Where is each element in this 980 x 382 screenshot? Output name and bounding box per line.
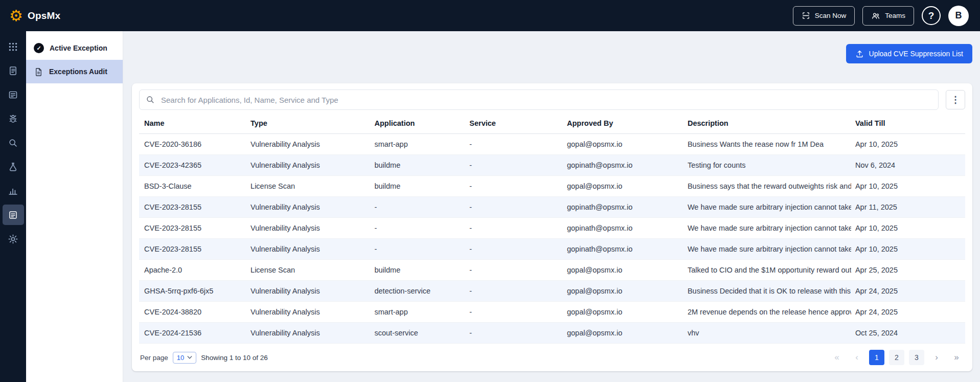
column-header-application: Application: [370, 112, 465, 134]
sidebar-item-active-exception[interactable]: ✓ Active Exception: [26, 36, 123, 60]
cell-service: -: [465, 155, 563, 176]
cell-valid-till: Apr 10, 2025: [851, 134, 965, 155]
per-page-value: 10: [177, 354, 184, 362]
cell-name: Apache-2.0: [139, 260, 246, 281]
brand-name: OpsMx: [28, 10, 60, 21]
cell-type: Vulnerability Analysis: [246, 197, 370, 218]
rail-item-release-list[interactable]: [3, 84, 24, 105]
rail-item-settings[interactable]: [3, 229, 24, 249]
exceptions-table-card: ⋮ NameTypeApplicationServiceApproved ByD…: [132, 83, 972, 371]
sidebar: ✓ Active Exception Exceptions Audit: [26, 31, 123, 382]
release-list-icon: [8, 89, 18, 100]
table-footer: Per page 10 Showing 1 to 10 of 26 « ‹ 12…: [139, 344, 965, 367]
cell-type: License Scan: [246, 176, 370, 197]
first-page-button[interactable]: «: [829, 350, 845, 365]
cell-valid-till: Apr 25, 2025: [851, 260, 965, 281]
table-row[interactable]: CVE-2023-28155Vulnerability Analysis--go…: [139, 197, 965, 218]
next-page-button[interactable]: ›: [929, 350, 944, 365]
avatar[interactable]: B: [948, 6, 969, 26]
kebab-menu-button[interactable]: ⋮: [946, 90, 965, 109]
cell-valid-till: Nov 6, 2024: [851, 155, 965, 176]
opsmx-logo-icon: ⚙: [9, 8, 23, 24]
cell-service: -: [465, 260, 563, 281]
per-page-select[interactable]: 10: [173, 352, 196, 364]
cell-approved-by: gopal@opsmx.io: [563, 176, 683, 197]
rail-item-flask[interactable]: [3, 156, 24, 177]
cell-name: CVE-2020-36186: [139, 134, 246, 155]
cell-application: -: [370, 197, 465, 218]
scan-icon: [802, 11, 810, 20]
cell-approved-by: gopinath@opsmx.io: [563, 155, 683, 176]
cell-name: CVE-2023-28155: [139, 239, 246, 260]
per-page-label: Per page: [140, 354, 168, 362]
teams-button[interactable]: Teams: [862, 6, 914, 26]
search-box: [139, 89, 939, 110]
rail-item-report[interactable]: [3, 60, 24, 81]
rail-item-apps[interactable]: [3, 36, 24, 57]
table-row[interactable]: Apache-2.0License Scanbuildme-gopal@opsm…: [139, 260, 965, 281]
cell-service: -: [465, 281, 563, 302]
code-scan-icon: [8, 138, 18, 148]
sidebar-item-exceptions-audit[interactable]: Exceptions Audit: [26, 60, 123, 83]
rail-item-exceptions-audit[interactable]: [3, 205, 24, 225]
table-row[interactable]: CVE-2020-36186Vulnerability Analysissmar…: [139, 134, 965, 155]
sidebar-item-label: Exceptions Audit: [49, 68, 107, 76]
top-navbar: ⚙ OpsMx Scan Now Teams ? B: [0, 0, 980, 31]
cell-valid-till: Apr 10, 2025: [851, 218, 965, 239]
page-button-1[interactable]: 1: [869, 350, 884, 365]
cell-service: -: [465, 134, 563, 155]
cell-type: License Scan: [246, 260, 370, 281]
cell-approved-by: gopinath@opsmx.io: [563, 197, 683, 218]
table-row[interactable]: CVE-2023-42365Vulnerability Analysisbuil…: [139, 155, 965, 176]
cell-approved-by: gopal@opsmx.io: [563, 323, 683, 344]
column-header-type: Type: [246, 112, 370, 134]
document-icon: [34, 67, 43, 77]
question-mark-icon: ?: [928, 10, 935, 21]
cell-description: We have made sure arbitrary injection ca…: [683, 239, 851, 260]
cell-valid-till: Apr 10, 2025: [851, 239, 965, 260]
page-button-2[interactable]: 2: [889, 350, 904, 365]
analytics-icon: [8, 186, 18, 196]
flask-icon: [8, 162, 18, 172]
scan-now-button[interactable]: Scan Now: [793, 6, 855, 26]
rail-item-analytics[interactable]: [3, 181, 24, 201]
chevron-down-icon: [187, 355, 192, 359]
cell-type: Vulnerability Analysis: [246, 281, 370, 302]
table-row[interactable]: GHSA-5rrq-pxf6-6jx5Vulnerability Analysi…: [139, 281, 965, 302]
rail-item-code-scan[interactable]: [3, 132, 24, 153]
teams-label: Teams: [885, 12, 905, 19]
cell-approved-by: gopinath@opsmx.io: [563, 218, 683, 239]
table-row[interactable]: CVE-2023-28155Vulnerability Analysis--go…: [139, 239, 965, 260]
showing-text: Showing 1 to 10 of 26: [201, 354, 268, 362]
app-shell: ✓ Active Exception Exceptions Audit Uplo…: [0, 31, 980, 382]
cell-type: Vulnerability Analysis: [246, 239, 370, 260]
table-row[interactable]: CVE-2024-21536Vulnerability Analysisscou…: [139, 323, 965, 344]
rail-item-bug[interactable]: [3, 108, 24, 129]
table-row[interactable]: CVE-2023-28155Vulnerability Analysis--go…: [139, 218, 965, 239]
last-page-button[interactable]: »: [949, 350, 964, 365]
page-button-3[interactable]: 3: [909, 350, 924, 365]
cell-application: detection-service: [370, 281, 465, 302]
cell-name: BSD-3-Clause: [139, 176, 246, 197]
table-row[interactable]: BSD-3-ClauseLicense Scanbuildme-gopal@op…: [139, 176, 965, 197]
check-circle-icon: ✓: [34, 43, 44, 53]
upload-cve-suppression-button[interactable]: Upload CVE Suppression List: [846, 44, 972, 63]
exceptions-audit-icon: [8, 210, 18, 220]
cell-valid-till: Apr 10, 2025: [851, 176, 965, 197]
column-header-description: Description: [683, 112, 851, 134]
upload-button-label: Upload CVE Suppression List: [869, 50, 963, 58]
search-input[interactable]: [160, 95, 932, 105]
cell-approved-by: gopal@opsmx.io: [563, 134, 683, 155]
apps-grid-icon: [8, 41, 18, 52]
cell-description: vhv: [683, 323, 851, 344]
prev-page-button[interactable]: ‹: [849, 350, 864, 365]
cell-type: Vulnerability Analysis: [246, 302, 370, 323]
report-icon: [8, 65, 18, 76]
cell-application: -: [370, 218, 465, 239]
cell-application: buildme: [370, 176, 465, 197]
footer-left: Per page 10 Showing 1 to 10 of 26: [140, 352, 268, 364]
help-button[interactable]: ?: [922, 6, 941, 25]
table-row[interactable]: CVE-2024-38820Vulnerability Analysissmar…: [139, 302, 965, 323]
upload-icon: [855, 50, 864, 58]
cell-description: Business Wants the rease now fr 1M Dea: [683, 134, 851, 155]
